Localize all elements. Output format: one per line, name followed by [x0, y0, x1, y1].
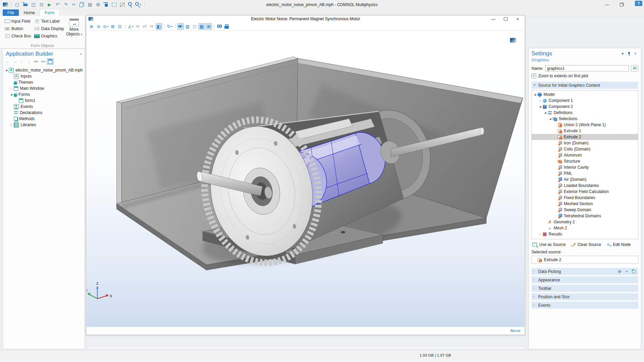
settings-menu-icon[interactable]: ▾: [620, 51, 625, 57]
panel-menu-icon[interactable]: ▾: [80, 52, 82, 56]
duplicate-icon[interactable]: ⊞: [94, 1, 102, 8]
rotate-icon[interactable]: ↻▾: [166, 23, 173, 30]
collapse-icon[interactable]: ◢: [538, 105, 542, 108]
zoom-extents-data-icon[interactable]: ⊕: [617, 269, 622, 274]
tree-item-tetrahedral-domains[interactable]: Tetrahedral Domains: [532, 213, 638, 219]
view-xy-icon[interactable]: xy: [134, 23, 141, 30]
form-object-graphics-button[interactable]: Graphics: [33, 33, 65, 39]
forward-icon[interactable]: →: [11, 58, 18, 65]
about-link[interactable]: About: [510, 329, 520, 333]
snapshot-icon[interactable]: [216, 23, 223, 30]
edit-node-button[interactable]: Edit Node: [605, 241, 631, 248]
zoom-extents-checkbox[interactable]: [531, 74, 536, 78]
zoom-selected-icon[interactable]: ⊡: [117, 23, 123, 30]
deselect-objects-icon[interactable]: [119, 1, 126, 8]
tree-item-extrude-1[interactable]: Extrude 1: [532, 128, 638, 134]
delete-icon[interactable]: [102, 1, 110, 8]
tree-item-selections[interactable]: ◢Selections: [532, 116, 638, 122]
close-settings-icon[interactable]: ×: [633, 51, 638, 57]
rename-icon[interactable]: [631, 65, 638, 72]
tree-item-form1[interactable]: form1: [3, 98, 85, 104]
tab-home[interactable]: Home: [19, 9, 39, 16]
zoom-box-icon[interactable]: ⊙▾: [102, 23, 109, 30]
section-position-and-size[interactable]: ▷Position and Size: [531, 293, 638, 300]
tab-file[interactable]: File: [3, 9, 19, 16]
section-toolbar[interactable]: ▷Toolbar: [531, 285, 638, 292]
save-icon[interactable]: ◫: [30, 1, 37, 8]
window-close-button[interactable]: ×: [514, 16, 521, 22]
tree-item-declarations[interactable]: Declarations: [3, 110, 85, 116]
run-application-icon[interactable]: ▶: [46, 1, 53, 8]
collapse-icon[interactable]: ◢: [4, 69, 8, 72]
sort-ascending-icon[interactable]: ≡▾: [33, 58, 39, 65]
tree-item-coils-domain[interactable]: Coils (Domain): [532, 146, 638, 152]
back-icon[interactable]: ←: [4, 58, 11, 65]
help-button[interactable]: ?: [635, 1, 642, 6]
section-events[interactable]: ▷Events: [531, 302, 638, 309]
view-xz-icon[interactable]: xz: [149, 23, 155, 30]
default-3d-view-icon[interactable]: ∠▾: [127, 23, 134, 30]
undo-icon[interactable]: ↶: [54, 1, 61, 8]
tree-item-aluminum[interactable]: Aluminum: [532, 152, 638, 158]
section-appearance[interactable]: ▷Appearance: [531, 276, 638, 283]
collapse-icon[interactable]: ◢: [9, 93, 13, 96]
expand-icon[interactable]: ▷: [9, 87, 13, 90]
new-file-icon[interactable]: ▢: [13, 1, 21, 8]
window-maximize-button[interactable]: [502, 16, 509, 22]
tree-item-events[interactable]: Events: [3, 104, 85, 110]
graphics-3d-viewport[interactable]: z y x: [87, 31, 524, 327]
tree-item-fixed-boundaries[interactable]: Fixed Boundaries: [532, 195, 638, 201]
tree-item-interior-cavity[interactable]: Interior Cavity: [532, 164, 638, 170]
preview-form-icon[interactable]: [47, 58, 54, 65]
tree-item-inputs[interactable]: Inputs: [3, 73, 85, 79]
tree-item-meshed-section[interactable]: Meshed Section: [532, 201, 638, 207]
tab-form[interactable]: Form: [40, 9, 60, 16]
grid-icon[interactable]: ▦: [198, 23, 205, 30]
tree-item-libraries[interactable]: ▷Libraries: [3, 122, 85, 128]
tree-item-extrude-2[interactable]: Extrude 2: [532, 134, 638, 140]
use-as-source-button[interactable]: Use as Source: [531, 241, 566, 248]
collapse-icon[interactable]: ◢: [533, 93, 537, 96]
tree-item-themes[interactable]: Themes: [3, 79, 85, 85]
horizontal-scrollbar[interactable]: [87, 346, 525, 350]
more-objects-button[interactable]: More Objects ▾: [65, 19, 83, 36]
form-object-text-label-button[interactable]: Text Label: [33, 18, 65, 25]
clear-source-button[interactable]: Clear Source: [570, 241, 601, 248]
pick-node-icon[interactable]: [631, 269, 637, 274]
add-data-picking-icon[interactable]: +: [624, 269, 630, 274]
collapse-icon[interactable]: ▼: [533, 84, 538, 87]
form-object-button-button[interactable]: Button: [3, 25, 32, 32]
expand-icon[interactable]: ▷: [533, 295, 538, 298]
expand-icon[interactable]: ▷: [533, 304, 538, 307]
plot-settings-icon[interactable]: ⊠: [206, 23, 212, 30]
expand-icon[interactable]: ▷: [9, 123, 13, 127]
open-file-icon[interactable]: [22, 1, 29, 8]
tree-item-loaded-boundaries[interactable]: Loaded Boundaries: [532, 183, 638, 189]
tree-item-pml[interactable]: PML: [532, 170, 638, 176]
form-object-data-display-button[interactable]: Data Display: [33, 25, 65, 32]
form-object-check-box-button[interactable]: Check Box: [3, 33, 32, 39]
save-as-icon[interactable]: ⊡: [38, 1, 45, 8]
selected-source-box[interactable]: Extrude 2: [531, 256, 638, 264]
comsol-app-icon[interactable]: [2, 1, 9, 8]
view-yz-icon[interactable]: yz: [142, 23, 148, 30]
pin-icon[interactable]: [626, 51, 632, 57]
move-down-icon[interactable]: ↓: [26, 58, 32, 65]
scene-light-icon[interactable]: ▾: [177, 23, 184, 30]
expand-icon[interactable]: ▷: [533, 278, 538, 281]
transparency-icon[interactable]: ▧: [184, 23, 191, 30]
wireframe-icon[interactable]: ◻: [191, 23, 198, 30]
copy-icon[interactable]: [78, 1, 86, 8]
tree-item-geometry-2[interactable]: Geometry 2: [532, 219, 638, 225]
orthographic-projection-icon[interactable]: ◧: [156, 23, 162, 30]
graphics-window-titlebar[interactable]: Electric Motor Noise: Permanent Magnet S…: [86, 16, 525, 22]
select-objects-icon[interactable]: [111, 1, 118, 8]
minimize-button[interactable]: —: [600, 0, 614, 9]
tree-item-mesh-2[interactable]: Mesh 2: [532, 225, 638, 231]
tree-item-component-1[interactable]: ▷Component 1: [532, 98, 638, 104]
tree-item-forms[interactable]: ◢Forms: [3, 91, 85, 98]
section-source-for-initial-graphics-content[interactable]: ▼ Source for Initial Graphics Content: [531, 82, 638, 89]
form-object-input-field-button[interactable]: Input Field: [3, 18, 32, 25]
tree-item-structure[interactable]: Structure: [532, 158, 638, 164]
zoom-extents-icon[interactable]: ⊞: [110, 23, 116, 30]
